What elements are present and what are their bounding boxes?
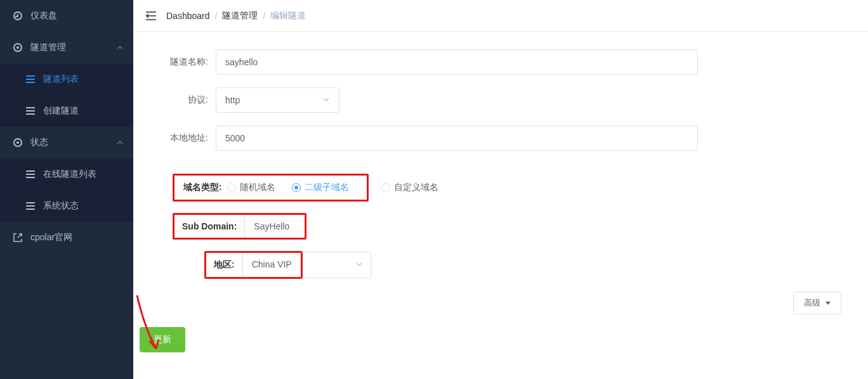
radio-custom-domain[interactable]: 自定义域名 (381, 182, 438, 193)
region-select[interactable] (301, 252, 371, 278)
list-icon (25, 201, 36, 211)
external-link-icon (13, 233, 23, 243)
svg-rect-6 (26, 110, 35, 112)
tunnel-icon (13, 42, 23, 53)
sidebar-item-online-tunnels[interactable]: 在线隧道列表 (0, 158, 133, 190)
tunnel-name-label: 隧道名称: (152, 56, 216, 68)
sidebar-create-tunnel-label: 创建隧道 (43, 105, 79, 117)
sidebar-item-status[interactable]: 状态 (0, 127, 133, 158)
row-domain-type: 域名类型: 随机域名 二级子域名 自定义域名 (173, 174, 849, 202)
row-tunnel-name: 隧道名称: (152, 49, 849, 75)
sidebar: 仪表盘 隧道管理 隧道列表 创建隧道 状态 (0, 0, 133, 379)
local-addr-label: 本地地址: (152, 132, 216, 144)
radio-icon (381, 183, 390, 192)
sidebar-online-tunnels-label: 在线隧道列表 (43, 169, 96, 180)
advanced-label: 高级 (804, 297, 820, 309)
list-icon (25, 169, 36, 179)
region-highlight: 地区: China VIP (204, 251, 303, 279)
region-label: 地区: (206, 253, 243, 277)
radio-checked-icon (292, 183, 301, 192)
radio-subdomain[interactable]: 二级子域名 (292, 182, 349, 193)
sidebar-system-status-label: 系统状态 (43, 200, 79, 212)
sidebar-cpolar-label: cpolar官网 (30, 232, 72, 243)
svg-point-9 (16, 141, 19, 144)
svg-rect-2 (26, 75, 35, 77)
sidebar-tunnel-list-label: 隧道列表 (43, 74, 79, 85)
sidebar-item-tunnel-mgmt[interactable]: 隧道管理 (0, 32, 133, 63)
protocol-value: http (225, 95, 240, 105)
row-local-addr: 本地地址: (152, 125, 849, 151)
subdomain-input[interactable]: SayHello (245, 215, 305, 238)
radio-random-domain[interactable]: 随机域名 (227, 182, 275, 193)
sidebar-item-cpolar-site[interactable]: cpolar官网 (0, 222, 133, 254)
svg-rect-13 (26, 202, 35, 203)
svg-rect-3 (26, 79, 35, 80)
chevron-down-icon (322, 95, 330, 105)
svg-rect-15 (26, 209, 35, 210)
main: Dashboard / 隧道管理 / 编辑隧道 隧道名称: 协议: http 本… (133, 0, 868, 379)
row-subdomain: Sub Domain: SayHello (152, 213, 849, 240)
local-addr-input[interactable] (216, 125, 698, 151)
collapse-sidebar-icon[interactable] (145, 10, 157, 22)
sidebar-item-tunnel-list[interactable]: 隧道列表 (0, 63, 133, 95)
chevron-up-icon (117, 42, 123, 53)
advanced-button[interactable]: 高级 (793, 292, 841, 314)
svg-rect-10 (26, 170, 35, 172)
protocol-label: 协议: (152, 94, 216, 106)
content: 隧道名称: 协议: http 本地地址: 域名类型: (133, 32, 868, 379)
breadcrumb-tunnel-mgmt[interactable]: 隧道管理 (222, 10, 258, 22)
svg-rect-5 (26, 107, 35, 108)
domain-type-radios: 随机域名 二级子域名 (227, 182, 349, 193)
sidebar-dashboard-label: 仪表盘 (30, 10, 57, 22)
domain-type-label: 域名类型: (183, 182, 222, 193)
svg-rect-4 (26, 82, 35, 83)
update-label: 更新 (154, 334, 171, 344)
chevron-down-icon (355, 260, 363, 270)
list-icon (25, 74, 36, 84)
status-icon (13, 138, 23, 148)
svg-point-1 (16, 46, 19, 49)
radio-custom-label: 自定义域名 (394, 182, 438, 193)
radio-icon (227, 183, 236, 192)
sidebar-item-system-status[interactable]: 系统状态 (0, 190, 133, 222)
subdomain-label: Sub Domain: (174, 215, 245, 238)
breadcrumb-current: 编辑隧道 (270, 10, 306, 22)
subdomain-highlight: Sub Domain: SayHello (173, 213, 306, 240)
update-button[interactable]: 更新 (140, 327, 185, 352)
row-region: 地区: China VIP (204, 251, 849, 279)
svg-rect-7 (26, 113, 35, 115)
sidebar-item-dashboard[interactable]: 仪表盘 (0, 0, 133, 32)
domain-type-highlight: 域名类型: 随机域名 二级子域名 (173, 174, 369, 202)
chevron-up-icon (117, 138, 123, 148)
triangle-down-icon (825, 302, 831, 305)
sidebar-item-create-tunnel[interactable]: 创建隧道 (0, 95, 133, 127)
topbar: Dashboard / 隧道管理 / 编辑隧道 (133, 0, 868, 32)
breadcrumb-separator: / (215, 11, 218, 21)
breadcrumb: Dashboard / 隧道管理 / 编辑隧道 (166, 10, 306, 22)
breadcrumb-separator: / (263, 11, 265, 21)
row-protocol: 协议: http (152, 87, 849, 113)
region-value: China VIP (243, 253, 301, 277)
svg-rect-11 (26, 174, 35, 175)
protocol-select[interactable]: http (216, 87, 339, 113)
breadcrumb-dashboard[interactable]: Dashboard (166, 11, 210, 21)
dashboard-icon (13, 11, 23, 21)
sidebar-status-label: 状态 (30, 137, 48, 148)
svg-rect-14 (26, 205, 35, 207)
sidebar-tunnel-mgmt-label: 隧道管理 (30, 42, 66, 53)
svg-rect-12 (26, 177, 35, 178)
list-icon (25, 106, 36, 116)
tunnel-name-input[interactable] (216, 49, 698, 75)
radio-subdomain-label: 二级子域名 (305, 182, 349, 193)
radio-random-label: 随机域名 (240, 182, 275, 193)
